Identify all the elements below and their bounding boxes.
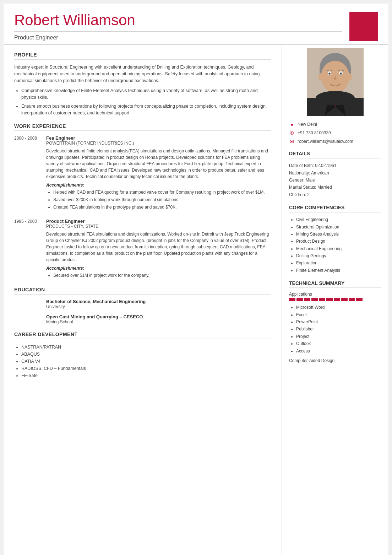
job-2-dates: 1995 - 2000 <box>14 219 46 280</box>
job-1-acc-1: Helped with CAD and FEA quoting for a st… <box>53 189 271 195</box>
job-1-title: Fea Engineer <box>46 135 271 141</box>
bar-seg-4 <box>311 298 318 301</box>
career-item-2: ABAQUS <box>21 351 271 358</box>
career-item-3: CATIA V4 <box>21 358 271 365</box>
profile-bullet-2: Ensure smooth business operations by fol… <box>21 103 271 117</box>
phone-text: +91 730 8100339 <box>298 130 331 135</box>
email-icon: ✉ <box>289 139 295 144</box>
edu-entry-2: Open Cast Mining and Quarrying – CESECO … <box>14 314 271 324</box>
competency-3: Mining Stress Analysis <box>296 231 381 238</box>
job-2-content: Product Engineer PRODUCTS - CITY, STATE … <box>46 219 271 280</box>
competency-2: Structural Optimization <box>296 223 381 231</box>
app-1: Microsoft Word <box>296 304 381 311</box>
job-entry-2: 1995 - 2000 Product Engineer PRODUCTS - … <box>14 219 271 280</box>
job-1-desc: Developed structural finite element anal… <box>46 148 271 180</box>
bar-seg-1 <box>289 298 295 301</box>
career-list: NASTRAN/PATRAN ABAQUS CATIA V4 RADIOSS, … <box>14 344 271 379</box>
svg-point-6 <box>328 72 331 75</box>
candidate-title: Product Engineer <box>14 31 342 41</box>
contact-email: ✉ robert.williams@visualcv.com <box>289 139 381 144</box>
job-1-acc-3: Created FEA simulations in the prototype… <box>53 204 271 210</box>
bar-seg-5 <box>319 298 325 301</box>
main-content: PROFILE Industry expert in Structural En… <box>4 45 388 555</box>
competency-8: Finite Element Analysis <box>296 267 381 274</box>
career-item-4: RADIOSS, CFD – Fundamentals <box>21 365 271 372</box>
location-text: New Delhi <box>298 122 317 127</box>
photo-container <box>307 48 364 116</box>
app-4: Publisher <box>296 325 381 333</box>
marital-status: Marital Status: Married <box>289 184 381 191</box>
competency-7: Exploration <box>296 259 381 266</box>
job-2-desc: Developed structural FEA simulations and… <box>46 231 271 263</box>
app-3: PowerPoint <box>296 318 381 325</box>
candidate-name: Robert Williamson <box>14 12 342 28</box>
nationality: Nationality: American <box>289 169 381 177</box>
bar-seg-7 <box>334 298 340 301</box>
children: Children: 2 <box>289 191 381 198</box>
bar-seg-2 <box>296 298 303 301</box>
job-1-accomplishments-title: Accomplishments: <box>46 183 271 188</box>
edu-2-school: Mining School <box>46 319 271 324</box>
details-section-title: DETAILS <box>289 151 381 158</box>
bar-seg-3 <box>304 298 310 301</box>
gender: Gender: Male <box>289 177 381 184</box>
app-2: Excel <box>296 311 381 318</box>
job-1-acc-2: Saved over $200K in tooling rework throu… <box>53 196 271 203</box>
edu-1-school: University <box>46 304 271 309</box>
contact-phone: ✆ +91 730 8100339 <box>289 130 381 136</box>
header-left: Robert Williamson Product Engineer <box>14 12 342 41</box>
job-1-accomplishments: Helped with CAD and FEA quoting for a st… <box>46 189 271 210</box>
tech-category-apps: Applications <box>289 292 381 297</box>
svg-point-8 <box>318 73 323 80</box>
contact-location: ● New Delhi <box>289 122 381 127</box>
app-7: Access <box>296 347 381 355</box>
bar-seg-6 <box>326 298 333 301</box>
competency-5: Mechanical Engineering <box>296 245 381 252</box>
edu-2-degree: Open Cast Mining and Quarrying – CESECO <box>46 314 271 319</box>
phone-icon: ✆ <box>289 130 295 136</box>
header-accent-bar <box>349 12 378 41</box>
job-2-acc-1: Secured over $1M in project work for the… <box>53 272 271 279</box>
left-column: PROFILE Industry expert in Structural En… <box>4 45 282 555</box>
job-entry-1: 2000 - 2008 Fea Engineer POWERTRAIN (FOR… <box>14 135 271 211</box>
tech-category-cad: Computer-Aided Design <box>289 358 381 363</box>
apps-progress-bar <box>289 298 381 301</box>
career-item-1: NASTRAN/PATRAN <box>21 344 271 351</box>
education-section-title: EDUCATION <box>14 287 271 295</box>
edu-1-degree: Bachelor of Science, Mechanical Engineer… <box>46 299 271 304</box>
career-dev-section-title: CAREER DEVELOPMENT <box>14 332 271 339</box>
location-icon: ● <box>289 122 295 127</box>
email-text: robert.williams@visualcv.com <box>298 139 353 144</box>
job-1-company: POWERTRAIN (FORMER INDUSTRIES INC.) <box>46 141 271 146</box>
candidate-photo <box>307 48 364 116</box>
app-5: Project <box>296 333 381 340</box>
job-2-title: Product Engineer <box>46 219 271 224</box>
competency-list: Civil Engineering Structural Optimizatio… <box>289 216 381 274</box>
header: Robert Williamson Product Engineer <box>4 4 388 45</box>
bar-seg-10 <box>356 298 363 301</box>
competency-6: Drilling Geology <box>296 252 381 259</box>
right-column: ● New Delhi ✆ +91 730 8100339 ✉ robert.w… <box>282 45 388 555</box>
competency-4: Product Design <box>296 238 381 245</box>
bar-seg-8 <box>341 298 348 301</box>
tech-summary-section-title: TECHNICAL SUMMARY <box>289 280 381 288</box>
competency-1: Civil Engineering <box>296 216 381 223</box>
edu-entry-1: Bachelor of Science, Mechanical Engineer… <box>14 299 271 309</box>
svg-point-9 <box>347 73 352 80</box>
job-2-accomplishments: Secured over $1M in project work for the… <box>46 272 271 279</box>
dob: Date of Birth: 02.02.1961 <box>289 162 381 169</box>
profile-text: Industry expert in Structural Engineerin… <box>14 64 271 84</box>
profile-section-title: PROFILE <box>14 52 271 60</box>
job-1-content: Fea Engineer POWERTRAIN (FORMER INDUSTRI… <box>46 135 271 211</box>
career-item-5: FE-Safe <box>21 372 271 379</box>
bar-seg-9 <box>349 298 355 301</box>
svg-point-14 <box>316 91 355 105</box>
svg-point-7 <box>340 72 342 75</box>
app-6: Outlook <box>296 340 381 347</box>
competencies-section-title: CORE COMPETENCIES <box>289 205 381 212</box>
job-1-dates: 2000 - 2008 <box>14 135 46 211</box>
profile-bullets: Comprehensive knowledge of Finite Elemen… <box>14 87 271 116</box>
work-experience-section-title: WORK EXPERIENCE <box>14 123 271 131</box>
profile-bullet-1: Comprehensive knowledge of Finite Elemen… <box>21 87 271 101</box>
job-2-accomplishments-title: Accomplishments: <box>46 266 271 271</box>
